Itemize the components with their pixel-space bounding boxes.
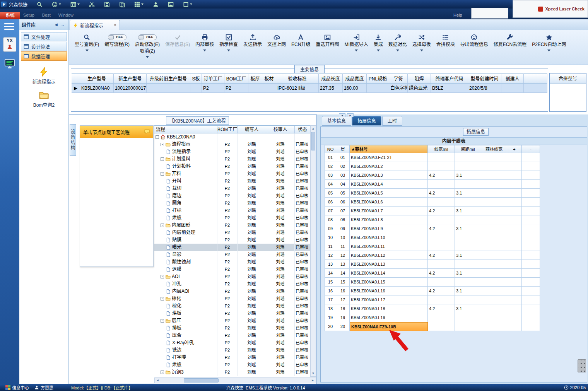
film-table-row[interactable]: 03 03 KB5LZ00NA0.L3 4.2 3.1 [325,171,540,180]
sidebar-tool-新流程指示[interactable]: 新流程指示 [32,67,55,85]
process-node-退膜[interactable]: 退膜 P2 刘瑶 刘瑶 已审核 [154,266,310,273]
pin-right-icon[interactable]: → [59,22,66,27]
film-table-row[interactable]: 01 01 KB5LZ00NA0.FZ1-2T [325,153,540,162]
menu-item[interactable]: Window [58,13,74,17]
scissors-icon[interactable] [89,2,95,7]
film-table-row[interactable]: 09 09 KB5LZ00NA0.L9 4.2 3.1 [325,224,540,233]
process-node-内层图形[interactable]: - 内层图形 P2 刘瑶 刘瑶 已审核 [154,222,310,229]
film-table-row[interactable]: 15 15 KB5LZ00NA0.L15 [325,278,540,287]
image-icon[interactable] [168,2,174,7]
smiley-icon[interactable] [52,2,61,7]
scroll-down-icon[interactable]: ▼ [311,371,316,376]
process-node-显影[interactable]: 显影 P2 刘瑶 刘瑶 已审核 [154,251,310,258]
toolbar-button-型号查询(F)[interactable]: 型号查询(F) [72,33,102,51]
expand-box-icon[interactable]: - [156,135,159,139]
sidebar-tool-Bom查询2[interactable]: Bom查询2 [33,90,55,108]
dropdown-arrow-icon[interactable] [227,50,230,51]
process-node-开料[interactable]: 开料 P2 刘瑶 刘瑶 已审核 [154,178,310,185]
dropdown-arrow-icon[interactable] [77,3,80,5]
toolbar-button-ECN升级[interactable]: ECN升级 [289,33,313,48]
dropdown-arrow-icon[interactable] [190,3,192,5]
extended-info-button[interactable]: 拓展信息 [463,128,489,136]
process-node-开料[interactable]: - 开料 P2 刘瑶 刘瑶 已审核 [154,170,310,178]
expand-box-icon[interactable]: - [161,172,164,176]
process-node-流程指示[interactable]: - 流程指示 P2 刘瑶 刘瑶 已审核 [154,141,310,148]
process-node-棕化[interactable]: 棕化 P2 刘瑶 刘瑶 已审核 [154,302,310,310]
process-node-裁切[interactable]: 裁切 P2 刘瑶 刘瑶 已审核 [154,185,310,192]
dropdown-arrow-icon[interactable] [203,50,206,51]
hscroll-thumb[interactable] [184,378,219,382]
film-table-row[interactable]: 16 16 KB5LZ00NA0.L16 4.2 3.1 [325,287,540,295]
process-node-烘板[interactable]: 烘板 P2 刘瑶 刘瑶 已审核 [154,310,310,317]
menu-item[interactable]: Setup [23,13,34,17]
process-node-烘板[interactable]: 烘板 P2 刘瑶 刘瑶 已审核 [154,361,310,369]
save-icon[interactable] [104,2,110,7]
process-node-酸性蚀刻[interactable]: 酸性蚀刻 P2 刘瑶 刘瑶 已审核 [154,258,310,266]
user-icon[interactable] [153,2,159,7]
process-node-打字喽[interactable]: 打字喽 P2 刘瑶 刘瑶 已审核 [154,354,310,361]
monitor-icon[interactable] [4,58,15,70]
process-node-排板[interactable]: 排板 P2 刘瑶 刘瑶 已审核 [154,324,310,332]
sidebar-item-文件处理[interactable]: 文件处理 [21,32,67,41]
collapse-left-icon[interactable]: ◀ [53,22,59,27]
pager-right-icon[interactable]: ► [347,113,354,117]
scroll-thumb[interactable] [311,132,315,150]
main-table-row[interactable]: ▶KB5LZ00NA010012000001750P2P2IPC-6012 Ⅱ级… [72,84,547,93]
hamburger-menu-icon[interactable] [4,23,14,31]
sidebar-item-设计算法[interactable]: 设计算法 [21,42,67,51]
toolbar-button-合拼模块[interactable]: 合拼模块 [434,33,458,48]
process-node-沉铜3[interactable]: - 沉铜3 P2 刘瑶 刘瑶 已审核 [154,369,310,376]
film-table-row[interactable]: 13 13 KB5LZ00NA0.L13 [325,260,540,269]
scroll-right-icon[interactable]: ► [310,379,316,382]
process-node-圆角[interactable]: 圆角 P2 刘瑶 刘瑶 已审核 [154,200,310,207]
process-node-计划投料[interactable]: - 计划投料 P2 刘瑶 刘瑶 已审核 [154,155,310,163]
sidebar-item-数据管理[interactable]: 数据管理 [21,51,67,61]
dropdown-arrow-icon[interactable] [59,3,61,5]
process-node-打标[interactable]: 打标 P2 刘瑶 刘瑶 已审核 [154,207,310,214]
film-table-row[interactable]: 17 17 KB5LZ00NA0.L17 [325,295,540,304]
dropdown-arrow-icon[interactable] [355,50,358,51]
process-node-AOI[interactable]: - AOI P2 刘瑶 刘瑶 已审核 [154,273,310,280]
scroll-left-icon[interactable]: ◄ [155,379,161,382]
process-node-内层AOI[interactable]: 内层AOI P2 刘瑶 刘瑶 已审核 [154,288,310,295]
expand-box-icon[interactable]: - [161,275,164,278]
process-node-X-Ray冲孔[interactable]: X-Ray冲孔 P2 刘瑶 刘瑶 已审核 [154,339,310,347]
film-table-row[interactable]: 10 10 KB5LZ00NA0.L10 [325,233,540,242]
vertical-scrollbar[interactable]: ▲ ▼ [310,125,316,377]
process-node-内层前处理[interactable]: 内层前处理 P2 刘瑶 刘瑶 已审核 [154,229,310,236]
toolbar-button-指示检查[interactable]: 指示检查 [217,33,241,51]
film-table-row[interactable]: 14 14 KB5LZ00NA0.L14 4.2 3.1 [325,269,540,278]
film-table-row[interactable]: 02 02 KB5LZ00NA0.L2 [325,162,540,171]
dropdown-arrow-icon[interactable] [141,3,144,5]
toolbar-button-文控上网[interactable]: 文控上网 [265,33,289,48]
film-table-row[interactable]: 12 12 KB5LZ00NA0.L12 4.2 3.1 [325,251,540,260]
expand-box-icon[interactable]: - [161,371,164,374]
process-node-压合[interactable]: 压合 P2 刘瑶 刘瑶 已审核 [154,332,310,339]
toolbar-button-MI数据导入[interactable]: MI数据导入 [342,33,371,51]
expand-box-icon[interactable]: - [161,224,164,227]
scroll-up-icon[interactable]: ▲ [311,126,316,131]
film-table-row[interactable]: 20 20 KB5LZ00NA0.FZ9-10B [325,322,540,331]
toolbar-button-发送指示[interactable]: 发送指示 [241,33,265,48]
dropdown-arrow-icon[interactable] [396,50,399,51]
tab-基本信息[interactable]: 基本信息 [322,116,351,126]
toolbar-button-数据对比[interactable]: 数据对比 [386,33,410,51]
film-table-row[interactable]: 04 04 KB5LZ00NA0.L4 [325,180,540,189]
film-table-row[interactable]: 06 06 KB5LZ00NA0.L6 [325,198,540,207]
search-icon[interactable] [37,2,43,7]
process-node-层压[interactable]: - 层压 P2 刘瑶 刘瑶 已审核 [154,317,310,324]
expand-box-icon[interactable]: - [161,319,164,323]
horizontal-scrollbar[interactable]: ◄ ► [154,377,316,383]
dropdown-arrow-icon[interactable] [420,50,423,51]
toolbar-button-保存信息(S)[interactable]: 保存信息(S) [162,33,193,48]
expand-box-icon[interactable]: - [161,143,164,146]
process-node-流程指示[interactable]: 流程指示 P2 刘瑶 刘瑶 已审核 [154,148,310,155]
process-node-KB5LZ00NA0[interactable]: - KB5LZ00NA0 [154,133,310,141]
film-table-row[interactable]: 11 11 KB5LZ00NA0.L11 [325,242,540,251]
toolbar-button-修复ECN丢流程[interactable]: 修复ECN丢流程 [491,33,529,48]
grid-icon[interactable] [134,2,144,7]
menu-item[interactable]: Best [42,13,51,17]
process-node-棕化[interactable]: - 棕化 P2 刘瑶 刘瑶 已审核 [154,295,310,302]
toolbar-button-P2ECN自动上网[interactable]: P2ECN自动上网 [529,33,569,51]
tab-工时[interactable]: 工时 [382,116,402,126]
